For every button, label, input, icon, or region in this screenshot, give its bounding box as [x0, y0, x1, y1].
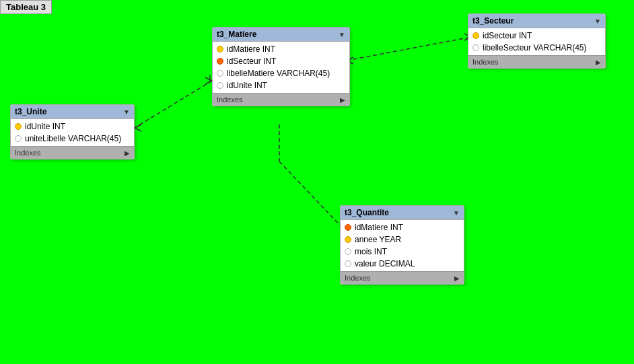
indexes-matiere[interactable]: Indexes ▶	[213, 93, 349, 106]
pk-icon	[217, 46, 223, 52]
col-label: idSecteur INT	[227, 57, 276, 66]
svg-line-8	[135, 128, 141, 131]
pk-icon	[472, 32, 479, 39]
indexes-secteur[interactable]: Indexes ▶	[468, 55, 605, 68]
table-row: idSecteur INT	[213, 55, 349, 67]
dropdown-arrow-unite[interactable]: ▼	[123, 108, 130, 116]
table-row: valeur DECIMAL	[341, 258, 464, 270]
table-row: mois INT	[341, 246, 464, 258]
col-label: mois INT	[355, 247, 387, 256]
indexes-arrow-matiere: ▶	[340, 96, 345, 104]
col-icon	[217, 70, 223, 77]
table-row: idSecteur INT	[468, 30, 605, 42]
svg-line-0	[347, 37, 471, 61]
table-body-secteur: idSecteur INT libelleSecteur VARCHAR(45)	[468, 28, 605, 55]
table-row: idUnite INT	[213, 79, 349, 92]
col-label: idMatiere INT	[227, 44, 275, 54]
pk-icon	[15, 123, 22, 130]
indexes-quantite[interactable]: Indexes ▶	[341, 271, 464, 284]
svg-line-10	[205, 81, 212, 84]
table-row: libelleMatiere VARCHAR(45)	[213, 67, 349, 79]
col-label: idSecteur INT	[483, 31, 532, 40]
col-label: idUnite INT	[25, 122, 65, 131]
table-body-matiere: idMatiere INT idSecteur INT libelleMatie…	[213, 42, 349, 93]
dropdown-arrow-matiere[interactable]: ▼	[339, 31, 345, 38]
indexes-unite[interactable]: Indexes ▶	[11, 146, 134, 159]
svg-line-9	[205, 77, 212, 81]
col-icon	[15, 135, 22, 142]
svg-line-7	[135, 124, 141, 128]
table-row: libelleSecteur VARCHAR(45)	[468, 42, 605, 54]
table-row: idMatiere INT	[341, 221, 464, 233]
fk-icon	[217, 58, 223, 65]
col-icon	[472, 44, 479, 51]
table-row: idUnite INT	[11, 120, 134, 133]
table-header-quantite[interactable]: t3_Quantite ▼	[341, 206, 464, 220]
title-bar: Tableau 3	[0, 0, 52, 14]
table-t3-secteur[interactable]: t3_Secteur ▼ idSecteur INT libelleSecteu…	[468, 13, 606, 69]
table-row: uniteLibelle VARCHAR(45)	[11, 133, 134, 145]
dropdown-arrow-quantite[interactable]: ▼	[453, 209, 460, 217]
indexes-label: Indexes	[217, 96, 243, 104]
table-title-unite: t3_Unite	[15, 107, 46, 116]
indexes-label: Indexes	[345, 274, 371, 282]
col-icon	[345, 260, 351, 267]
table-title-quantite: t3_Quantite	[345, 208, 389, 217]
table-title-matiere: t3_Matiere	[217, 30, 256, 39]
indexes-arrow-secteur: ▶	[596, 59, 601, 66]
table-t3-unite[interactable]: t3_Unite ▼ idUnite INT uniteLibelle VARC…	[10, 104, 135, 159]
col-icon	[217, 82, 223, 89]
col-label: libelleMatiere VARCHAR(45)	[227, 69, 330, 78]
indexes-label: Indexes	[15, 149, 41, 157]
svg-line-6	[135, 81, 212, 128]
indexes-label: Indexes	[472, 58, 499, 66]
indexes-arrow-quantite: ▶	[454, 275, 460, 282]
pk-icon	[345, 236, 351, 243]
col-label: idUnite INT	[227, 81, 267, 90]
fk-icon	[345, 224, 351, 231]
dropdown-arrow-secteur[interactable]: ▼	[594, 17, 601, 25]
col-label: libelleSecteur VARCHAR(45)	[483, 43, 587, 52]
col-label: annee YEAR	[355, 235, 401, 244]
table-header-unite[interactable]: t3_Unite ▼	[11, 105, 134, 119]
col-label: valeur DECIMAL	[355, 259, 415, 268]
table-row: annee YEAR	[341, 233, 464, 246]
table-row: idMatiere INT	[213, 43, 349, 55]
col-icon	[345, 248, 351, 255]
table-body-unite: idUnite INT uniteLibelle VARCHAR(45)	[11, 119, 134, 146]
title-text: Tableau 3	[6, 2, 46, 12]
table-title-secteur: t3_Secteur	[472, 16, 514, 26]
svg-line-13	[279, 161, 343, 229]
col-label: uniteLibelle VARCHAR(45)	[25, 134, 121, 143]
table-t3-quantite[interactable]: t3_Quantite ▼ idMatiere INT annee YEAR m…	[340, 205, 464, 285]
table-t3-matiere[interactable]: t3_Matiere ▼ idMatiere INT idSecteur INT…	[212, 27, 350, 106]
col-label: idMatiere INT	[355, 223, 403, 232]
table-body-quantite: idMatiere INT annee YEAR mois INT valeur…	[341, 220, 464, 271]
table-header-secteur[interactable]: t3_Secteur ▼	[468, 14, 605, 28]
table-header-matiere[interactable]: t3_Matiere ▼	[213, 28, 349, 42]
indexes-arrow-unite: ▶	[125, 149, 130, 157]
